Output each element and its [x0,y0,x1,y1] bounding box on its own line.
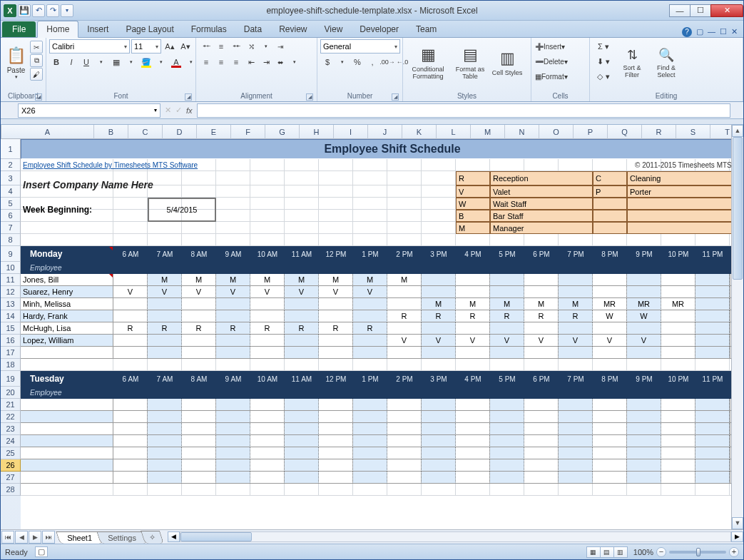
number-format-combo[interactable]: General▾ [320,39,400,54]
shift-cell[interactable] [661,447,695,459]
row-header-18[interactable]: 18 [1,359,21,371]
hscroll-thumb[interactable] [180,532,252,541]
merge-center-button[interactable]: ⬌ [274,55,287,69]
legend-code-V[interactable]: V [456,185,490,198]
shift-cell[interactable]: M [250,274,285,286]
shift-cell[interactable]: M [456,298,490,310]
shift-cell[interactable] [353,435,387,447]
sort-filter-button[interactable]: ⇅Sort & Filter [616,39,648,86]
hours-cell[interactable]: 8 [730,298,731,310]
shift-cell[interactable] [319,459,353,472]
shift-cell[interactable] [661,274,695,286]
shift-cell[interactable] [387,459,422,472]
shift-cell[interactable] [319,447,353,459]
workbook-minimize-icon[interactable]: — [708,27,715,37]
hours-cell[interactable]: 8 [730,310,731,322]
shift-cell[interactable] [490,447,524,459]
shift-cell[interactable] [559,472,593,484]
shift-cell[interactable] [216,298,250,310]
row-header-12[interactable]: 12 [1,286,21,298]
shift-cell[interactable] [661,347,695,359]
employee-name[interactable] [21,459,113,472]
shift-cell[interactable] [593,459,627,472]
tab-formulas[interactable]: Formulas [183,21,235,37]
shift-cell[interactable]: R [559,310,593,322]
legend-desc-B[interactable]: Bar Staff [490,210,593,222]
row-header-4[interactable]: 4 [1,185,21,198]
shift-cell[interactable] [113,459,148,472]
time-header[interactable]: 8 AM [182,246,216,262]
format-as-table-button[interactable]: ▤Format as Table [452,39,489,86]
shift-cell[interactable]: V [319,286,353,298]
shift-cell[interactable]: V [148,286,182,298]
bold-button[interactable]: B [49,55,63,69]
time-header[interactable]: 3 PM [422,246,456,262]
time-header[interactable]: 7 AM [148,371,182,387]
time-header[interactable]: 4 PM [456,246,490,262]
shift-cell[interactable] [661,286,695,298]
shift-cell[interactable] [559,274,593,286]
shift-cell[interactable] [353,411,387,423]
week-beginning-label[interactable]: Week Beginning: [21,198,148,222]
alignment-dialog-launcher[interactable]: ◢ [306,93,313,101]
shift-cell[interactable] [148,347,182,359]
shift-cell[interactable] [695,322,730,335]
tab-home[interactable]: Home [37,21,78,38]
shift-cell[interactable] [456,435,490,447]
shift-cell[interactable] [593,472,627,484]
row-header-3[interactable]: 3 [1,171,21,185]
shift-cell[interactable] [113,310,148,322]
time-header[interactable]: 12 PM [319,371,353,387]
shift-cell[interactable]: R [285,322,319,335]
shift-cell[interactable] [422,472,456,484]
time-header[interactable]: 7 PM [559,246,593,262]
shift-cell[interactable] [353,423,387,435]
shift-cell[interactable]: W [627,310,661,322]
shift-cell[interactable]: V [593,335,627,347]
shift-cell[interactable] [353,347,387,359]
shift-cell[interactable]: V [353,286,387,298]
fx-cancel-icon[interactable]: ✕ [165,106,171,115]
tab-insert[interactable]: Insert [78,21,117,37]
maximize-button[interactable]: ☐ [690,4,711,17]
shift-cell[interactable] [216,472,250,484]
align-middle-icon[interactable]: ≡ [214,39,228,54]
employee-name[interactable] [21,423,113,435]
shift-cell[interactable] [182,411,216,423]
shift-cell[interactable]: R [216,322,250,335]
shift-cell[interactable] [148,472,182,484]
shift-cell[interactable] [695,472,730,484]
shift-cell[interactable] [490,459,524,472]
shift-cell[interactable]: M [524,298,559,310]
column-header-N[interactable]: N [505,125,539,139]
workbook-close-icon[interactable]: ✕ [731,27,738,37]
copy-icon[interactable]: ⧉ [30,54,43,67]
shift-cell[interactable] [182,447,216,459]
border-icon[interactable]: ▦ [109,55,123,69]
clear-icon[interactable]: ◇ ▾ [593,69,614,83]
shift-cell[interactable] [285,472,319,484]
shift-cell[interactable] [387,411,422,423]
legend-desc-R[interactable]: Reception [490,171,593,185]
sheet-tab-sheet1[interactable]: Sheet1 [56,531,103,544]
time-header[interactable]: 5 PM [490,371,524,387]
legend-code-W[interactable]: W [456,198,490,210]
fx-icon[interactable]: fx [186,106,193,115]
shift-cell[interactable] [216,423,250,435]
shift-cell[interactable] [113,274,148,286]
row-header-28[interactable]: 28 [1,484,21,496]
shift-cell[interactable] [285,310,319,322]
shift-cell[interactable]: MR [661,298,695,310]
shift-cell[interactable]: V [113,286,148,298]
shift-cell[interactable] [422,322,456,335]
column-header-K[interactable]: K [402,125,437,139]
tab-developer[interactable]: Developer [351,21,407,37]
shift-cell[interactable]: R [182,322,216,335]
shift-cell[interactable] [490,274,524,286]
shift-cell[interactable] [559,423,593,435]
column-header-M[interactable]: M [471,125,505,139]
shift-cell[interactable] [216,335,250,347]
help-icon[interactable]: ? [682,27,692,37]
row-header-7[interactable]: 7 [1,222,21,234]
shift-cell[interactable] [148,399,182,411]
